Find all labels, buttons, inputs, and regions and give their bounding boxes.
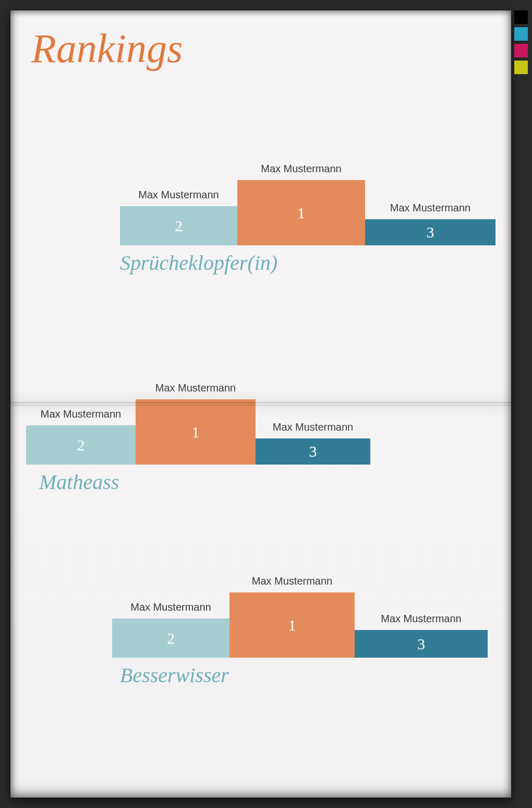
printer-color-bars	[514, 10, 528, 77]
second-name: Max Mustermann	[112, 601, 229, 613]
third-name: Max Mustermann	[355, 613, 488, 625]
second-name: Max Mustermann	[26, 408, 136, 420]
second-bar: 2	[112, 619, 229, 658]
page: Rankings Max Mustermann 2 Max Mustermann…	[10, 10, 511, 798]
first-rank: 1	[297, 204, 305, 222]
subtitle-matheass: Matheass	[39, 470, 119, 494]
first-rank: 1	[288, 616, 296, 634]
third-bar: 3	[355, 630, 488, 658]
subtitle-besserwisser: Besserwisser	[120, 663, 229, 687]
second-name: Max Mustermann	[120, 189, 237, 201]
first-rank: 1	[192, 423, 200, 441]
podium-sprucheklopfer: Max Mustermann 2 Max Mustermann 1 Max Mu…	[120, 157, 495, 245]
subtitle-sprucheklopfer: Sprücheklopfer(in)	[120, 251, 277, 275]
swatch-black	[514, 10, 528, 24]
second-bar: 2	[26, 425, 136, 465]
first-name: Max Mustermann	[237, 163, 365, 175]
first-bar: 1	[229, 592, 355, 658]
third-rank: 3	[417, 635, 425, 653]
third-name: Max Mustermann	[365, 202, 495, 214]
second-bar: 2	[120, 206, 237, 245]
third-rank: 3	[309, 443, 317, 460]
page-title: Rankings	[31, 25, 183, 72]
third-name: Max Mustermann	[256, 421, 370, 433]
first-bar: 1	[136, 399, 256, 465]
first-bar: 1	[237, 180, 365, 245]
second-rank: 2	[167, 629, 175, 647]
third-bar: 3	[256, 438, 370, 465]
podium-besserwisser: Max Mustermann 2 Max Mustermann 1 Max Mu…	[112, 569, 488, 658]
podium-matheass: Max Mustermann 2 Max Mustermann 1 Max Mu…	[26, 376, 370, 465]
swatch-magenta	[514, 44, 528, 57]
first-name: Max Mustermann	[229, 575, 355, 587]
swatch-cyan	[514, 27, 528, 41]
third-rank: 3	[427, 223, 434, 241]
third-bar: 3	[365, 219, 495, 245]
second-rank: 2	[175, 217, 183, 235]
second-rank: 2	[77, 436, 85, 454]
first-name: Max Mustermann	[136, 382, 256, 394]
swatch-yellow	[514, 61, 528, 74]
